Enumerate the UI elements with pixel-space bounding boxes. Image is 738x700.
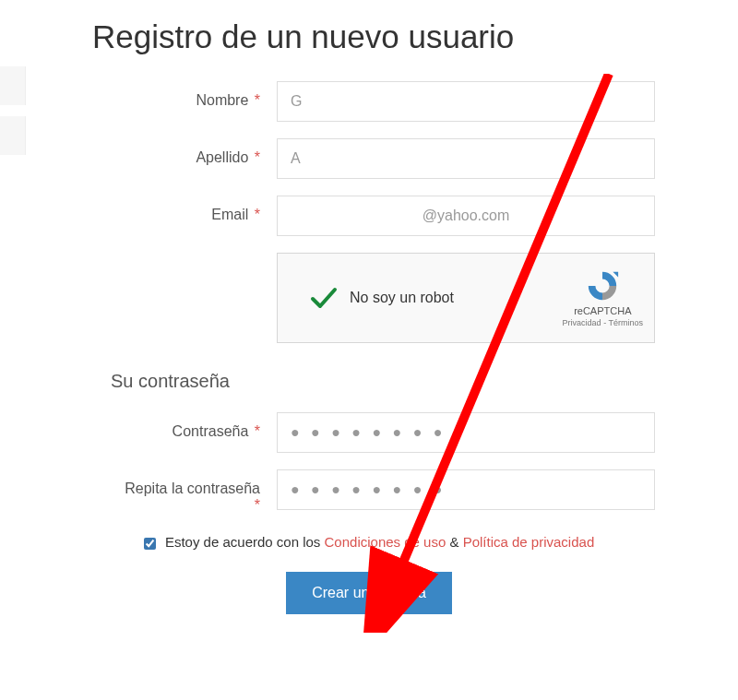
agree-label: Estoy de acuerdo con los Condiciones de …	[165, 534, 594, 550]
label-repeat-password: Repita la contraseña*	[83, 469, 277, 514]
row-email: Email *	[83, 196, 655, 236]
label-email: Email *	[83, 196, 277, 223]
svg-marker-0	[613, 272, 619, 278]
privacy-link[interactable]: Política de privacidad	[463, 534, 595, 550]
input-apellido[interactable]	[277, 138, 655, 179]
agree-checkbox[interactable]	[144, 538, 156, 550]
terms-link[interactable]: Condiciones de uso	[325, 534, 446, 550]
label-apellido: Apellido *	[83, 138, 277, 166]
agree-row: Estoy de acuerdo con los Condiciones de …	[83, 534, 655, 550]
row-recaptcha: No soy un robot reCAPTCHA Privacidad - T…	[83, 253, 655, 343]
side-stub	[0, 66, 26, 105]
recaptcha-logo-icon	[585, 268, 620, 303]
input-repeat-password[interactable]	[277, 469, 655, 510]
recaptcha-links[interactable]: Privacidad - Términos	[563, 318, 643, 327]
row-repeat-password: Repita la contraseña*	[83, 469, 655, 514]
page-title: Registro de un nuevo usuario	[92, 18, 655, 55]
row-nombre: Nombre *	[83, 81, 655, 122]
input-email[interactable]	[277, 196, 655, 236]
label-nombre: Nombre *	[83, 81, 277, 109]
recaptcha-text: No soy un robot	[350, 290, 454, 306]
recaptcha-brand: reCAPTCHA	[574, 305, 631, 316]
row-password: Contraseña *	[83, 412, 655, 453]
input-nombre[interactable]	[277, 81, 655, 122]
side-stub	[0, 116, 26, 155]
create-account-button[interactable]: Crear una cuenta	[286, 572, 452, 614]
checkmark-icon	[309, 283, 339, 313]
input-password[interactable]	[277, 412, 655, 453]
row-apellido: Apellido *	[83, 138, 655, 179]
password-section-title: Su contraseña	[111, 371, 655, 392]
recaptcha-widget[interactable]: No soy un robot reCAPTCHA Privacidad - T…	[277, 253, 655, 343]
label-password: Contraseña *	[83, 412, 277, 440]
